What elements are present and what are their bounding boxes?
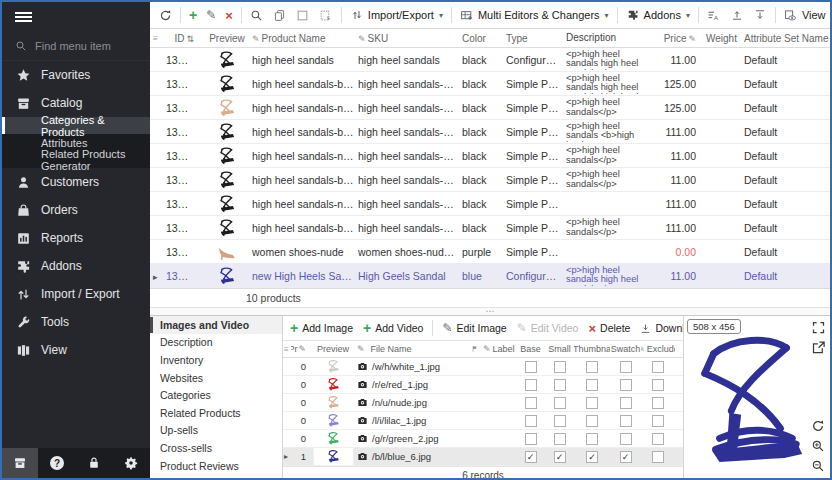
column-header-weight[interactable]: Weight <box>702 33 740 44</box>
column-header-preview[interactable]: Preview <box>202 33 248 44</box>
open-external-button[interactable] <box>811 340 826 355</box>
add-image-button[interactable]: +Add Image <box>287 319 356 337</box>
detail-tab[interactable]: Related Products <box>150 404 282 422</box>
column-header-small[interactable]: Small <box>545 344 574 354</box>
exclude-checkbox[interactable] <box>652 433 664 445</box>
thumbnail-checkbox[interactable] <box>586 361 598 373</box>
exclude-checkbox[interactable] <box>652 361 664 373</box>
image-row[interactable]: 0 /l/i/lilac_1.jpg <box>283 412 683 430</box>
thumbnail-checkbox[interactable] <box>586 379 598 391</box>
column-header-base[interactable]: Base <box>516 344 545 354</box>
small-checkbox[interactable] <box>554 415 566 427</box>
view-dropdown[interactable]: View▾ <box>781 6 832 24</box>
thumbnail-checkbox[interactable] <box>586 397 598 409</box>
sidebar-item[interactable]: Orders <box>2 196 150 224</box>
copy-button[interactable] <box>270 6 290 24</box>
column-header-id[interactable]: ID⇅ <box>162 33 202 44</box>
detail-tab[interactable]: Product Reviews <box>150 457 282 475</box>
fullscreen-button[interactable] <box>811 320 826 335</box>
edit-image-button[interactable]: ✎Edit Image <box>439 320 509 336</box>
table-row[interactable]: 13931 new High Heels Sandals High Geels … <box>150 264 830 288</box>
sidebar-search[interactable]: Find menu item <box>2 32 150 61</box>
table-row[interactable]: 13731 high heel sandals high heel sandal… <box>150 48 830 72</box>
table-row[interactable]: 13737 high heel sandals-nude-36 high hee… <box>150 144 830 168</box>
zoom-in-icon[interactable] <box>811 439 826 454</box>
small-checkbox[interactable] <box>554 361 566 373</box>
column-header-type[interactable]: Type <box>502 33 562 44</box>
detail-tab[interactable]: Cross-sells <box>150 439 282 457</box>
column-header-price[interactable]: Price✎ <box>654 33 702 44</box>
detail-tab[interactable]: Description <box>150 334 282 352</box>
detail-tab[interactable]: Inventory <box>150 351 282 369</box>
lock-button[interactable] <box>76 448 112 478</box>
exclude-checkbox[interactable] <box>652 397 664 409</box>
base-checkbox[interactable]: ✓ <box>525 451 537 463</box>
sidebar-item[interactable]: Tools <box>2 308 150 336</box>
base-checkbox[interactable] <box>525 415 537 427</box>
rotate-icon[interactable] <box>811 419 826 434</box>
small-checkbox[interactable] <box>554 397 566 409</box>
column-header-description[interactable]: Description <box>562 33 654 43</box>
exclude-checkbox[interactable] <box>652 379 664 391</box>
sidebar-item[interactable]: Reports <box>2 224 150 252</box>
sidebar-item[interactable]: Import / Export <box>2 280 150 308</box>
sidebar-item[interactable]: Addons <box>2 252 150 280</box>
sidebar-subitem[interactable]: Categories & Products <box>2 117 150 134</box>
column-header-position[interactable]: Pr✎ <box>291 344 311 354</box>
delete-product-button[interactable]: × <box>222 7 236 24</box>
table-row[interactable]: 13817 women shoes-nude women shoes-nude-… <box>150 240 830 264</box>
table-row[interactable]: 13739 high heel sandals-nude-37 high hee… <box>150 192 830 216</box>
panel-splitter[interactable]: ⋯ <box>150 307 830 316</box>
sort-descending-button[interactable] <box>750 6 770 24</box>
sidebar-item[interactable]: Customers <box>2 168 150 196</box>
table-row[interactable]: 13732 high heel sandals-black high heel … <box>150 72 830 96</box>
sort-ascending-button[interactable] <box>727 6 747 24</box>
column-header-file-name[interactable]: ✎File Name <box>355 344 470 354</box>
exclude-checkbox[interactable] <box>652 415 664 427</box>
table-row[interactable]: 13733 high heel sandals-nude high heel s… <box>150 96 830 120</box>
column-header-label[interactable]: ✎Label <box>480 344 516 354</box>
swatch-checkbox[interactable] <box>620 433 632 445</box>
swatch-checkbox[interactable]: ✓ <box>620 451 632 463</box>
image-row[interactable]: 0 /r/e/red_1.jpg <box>283 376 683 394</box>
zoom-out-icon[interactable] <box>811 459 826 474</box>
base-checkbox[interactable] <box>525 397 537 409</box>
add-product-button[interactable]: + <box>186 6 200 24</box>
column-header-preview[interactable]: Preview <box>311 344 355 354</box>
column-header-product-name[interactable]: ✎Product Name <box>248 33 354 44</box>
select-button[interactable] <box>293 6 313 24</box>
swatch-checkbox[interactable] <box>620 379 632 391</box>
edit-video-button[interactable]: ✎Edit Video <box>514 320 582 336</box>
search-button[interactable] <box>247 6 267 24</box>
sidebar-subitem[interactable]: Related Products Generator <box>2 151 150 168</box>
settings-button[interactable] <box>113 448 149 478</box>
import-export-dropdown[interactable]: Import/Export▾ <box>347 6 446 24</box>
edit-product-button[interactable]: ✎ <box>203 7 219 23</box>
thumbnail-checkbox[interactable] <box>586 433 598 445</box>
table-row[interactable]: 13740 high heel sandals-black-38 high he… <box>150 216 830 240</box>
image-row[interactable]: 0 /w/h/white_1.jpg <box>283 358 683 376</box>
column-header-sku[interactable]: ✎SKU <box>354 33 458 44</box>
add-video-button[interactable]: +Add Video <box>360 319 426 337</box>
table-row[interactable]: 13738 high heel sandals-black-37 high he… <box>150 168 830 192</box>
hamburger-menu-button[interactable] <box>2 2 150 32</box>
sort-az-button[interactable] <box>704 6 724 24</box>
swatch-checkbox[interactable] <box>620 415 632 427</box>
sidebar-item[interactable]: Favorites <box>2 61 150 89</box>
swatch-checkbox[interactable] <box>620 397 632 409</box>
small-checkbox[interactable]: ✓ <box>554 451 566 463</box>
multi-editors-dropdown[interactable]: Multi Editors & Changers▾ <box>457 6 612 24</box>
column-header-thumbnail[interactable]: Thumbna <box>574 344 610 354</box>
exclude-checkbox[interactable] <box>652 451 664 463</box>
swatch-checkbox[interactable] <box>620 361 632 373</box>
detail-tab[interactable]: Websites <box>150 369 282 387</box>
help-button[interactable]: ? <box>39 448 75 478</box>
sidebar-item[interactable]: View <box>2 336 150 364</box>
paste-special-button[interactable] <box>316 6 336 24</box>
addons-dropdown[interactable]: Addons▾ <box>623 6 693 24</box>
small-checkbox[interactable] <box>554 433 566 445</box>
column-header-swatch[interactable]: Swatch <box>610 344 641 354</box>
base-checkbox[interactable] <box>525 379 537 391</box>
thumbnail-checkbox[interactable] <box>586 415 598 427</box>
detail-tab[interactable]: Images and Video <box>150 316 282 334</box>
